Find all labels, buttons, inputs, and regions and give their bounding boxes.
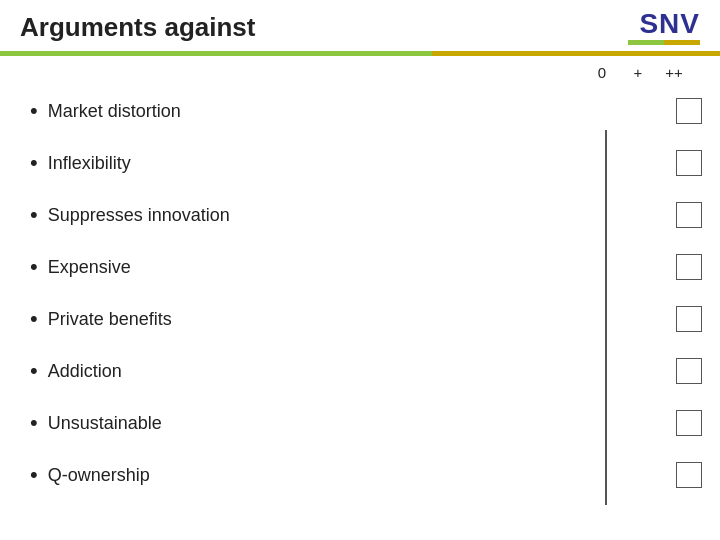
list-item: • Addiction (30, 345, 610, 397)
checkbox-row (610, 397, 702, 449)
checkbox-row (610, 449, 702, 501)
checkbox[interactable] (676, 306, 702, 332)
checkbox[interactable] (676, 98, 702, 124)
checkbox-row (610, 241, 702, 293)
item-label: Expensive (48, 257, 131, 278)
item-label: Unsustainable (48, 413, 162, 434)
bullet-icon: • (30, 360, 38, 382)
bullet-icon: • (30, 152, 38, 174)
logo: SNV (628, 10, 700, 45)
checkbox[interactable] (676, 254, 702, 280)
item-label: Suppresses innovation (48, 205, 230, 226)
item-label: Private benefits (48, 309, 172, 330)
list-item: • Q-ownership (30, 449, 610, 501)
checkbox-row (610, 345, 702, 397)
checkbox[interactable] (676, 462, 702, 488)
checkbox-row (610, 293, 702, 345)
checkbox-row (610, 137, 702, 189)
checkboxes-area (610, 85, 720, 515)
list-item: • Suppresses innovation (30, 189, 610, 241)
item-label: Addiction (48, 361, 122, 382)
col-header-plusplus: ++ (656, 64, 692, 81)
col-header-0: 0 (584, 64, 620, 81)
bullet-icon: • (30, 308, 38, 330)
item-label: Q-ownership (48, 465, 150, 486)
checkbox[interactable] (676, 358, 702, 384)
bullet-icon: • (30, 256, 38, 278)
list-item: • Private benefits (30, 293, 610, 345)
col-header-plus: + (620, 64, 656, 81)
list-item: • Inflexibility (30, 137, 610, 189)
bullet-icon: • (30, 204, 38, 226)
page-title: Arguments against (20, 12, 256, 47)
list-area: • Market distortion • Inflexibility • Su… (0, 85, 610, 515)
header: Arguments against SNV (0, 0, 720, 47)
logo-bar (628, 40, 700, 45)
bullet-icon: • (30, 412, 38, 434)
list-item: • Market distortion (30, 85, 610, 137)
checkbox-row (610, 85, 702, 137)
title-divider (0, 51, 720, 56)
vertical-divider (605, 130, 607, 505)
main-content: • Market distortion • Inflexibility • Su… (0, 85, 720, 515)
bullet-icon: • (30, 100, 38, 122)
list-item: • Unsustainable (30, 397, 610, 449)
logo-text: SNV (639, 10, 700, 38)
checkbox-row (610, 189, 702, 241)
checkbox[interactable] (676, 150, 702, 176)
checkbox[interactable] (676, 202, 702, 228)
bullet-icon: • (30, 464, 38, 486)
item-label: Market distortion (48, 101, 181, 122)
column-headers: 0 + ++ (0, 64, 720, 81)
item-label: Inflexibility (48, 153, 131, 174)
list-item: • Expensive (30, 241, 610, 293)
checkbox[interactable] (676, 410, 702, 436)
